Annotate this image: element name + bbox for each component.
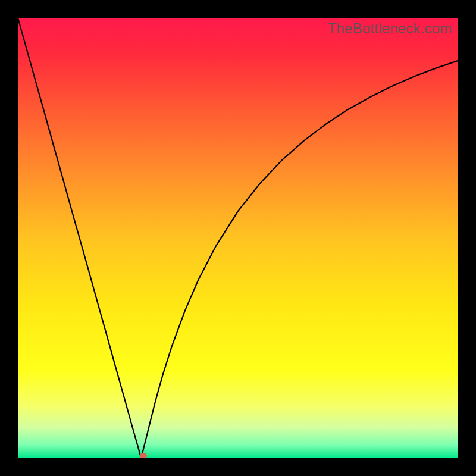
- chart-frame: TheBottleneck.com: [0, 0, 476, 476]
- plot-area: TheBottleneck.com: [18, 18, 458, 458]
- bottleneck-curve: [18, 18, 458, 458]
- minimum-marker: [140, 453, 147, 458]
